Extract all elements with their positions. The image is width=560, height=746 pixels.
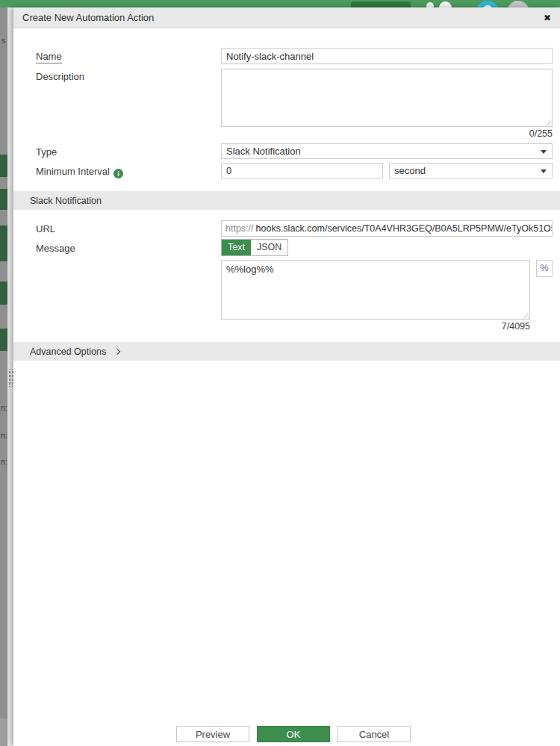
url-scheme-prefix: https:// [225,223,254,234]
tab-text[interactable]: Text [222,240,251,255]
description-textarea[interactable] [222,69,552,126]
sidebar-menu-item [0,226,7,261]
avatar[interactable] [507,1,529,7]
chevron-down-icon [541,150,547,154]
background-row-label: n: [1,431,7,440]
background-footer-sliver [0,718,7,746]
message-textarea[interactable]: %%log%% [222,261,529,319]
cancel-button[interactable]: Cancel [337,726,411,742]
app-topbar [0,0,560,7]
description-counter: 0/255 [221,128,553,139]
description-textarea-wrap [221,69,553,127]
url-value: hooks.slack.com/services/T0A4VHR3GEQ/B0A… [256,223,553,234]
minimum-interval-label: Minimum Intervali [36,166,123,178]
notification-icon[interactable] [439,1,452,7]
interval-unit-value: second [394,165,426,176]
type-select[interactable]: Slack Notification [221,143,553,159]
message-label: Message [36,243,75,254]
sidebar-menu-item [0,189,7,210]
sidebar-menu-item [0,329,7,351]
slack-section-title: Slack Notification [30,196,102,206]
status-dot-icon [426,2,434,7]
message-format-toggle: Text JSON [221,239,288,256]
dialog-title: Create New Automation Action [22,12,154,23]
name-label: Name [36,51,62,63]
url-input[interactable]: https://hooks.slack.com/services/T0A4VHR… [221,220,553,237]
interval-unit-select[interactable]: second [389,163,553,178]
chevron-right-icon [114,348,120,354]
insert-variable-button[interactable]: % [536,260,553,277]
topbar-search-box[interactable] [351,1,411,7]
description-label: Description [36,71,84,82]
sidebar-menu-item [0,155,7,177]
advanced-options-title: Advanced Options [30,346,106,357]
background-row-label: n: [1,403,7,412]
close-icon[interactable]: ✖ [544,13,551,22]
help-icon[interactable] [476,1,500,7]
dialog-header: Create New Automation Action ✖ [13,7,560,28]
slack-notification-section-header: Slack Notification [13,191,560,210]
screen: s n: n: n: Create New Automation Action … [0,0,560,746]
modal-resize-handle[interactable] [7,369,14,387]
advanced-options-section-header[interactable]: Advanced Options [13,342,560,361]
background-row-label: n: [1,457,7,466]
sidebar-menu-item [0,282,7,305]
create-automation-action-dialog: Create New Automation Action ✖ Name Desc… [13,7,560,746]
preview-button[interactable]: Preview [176,726,249,742]
type-label: Type [36,146,57,158]
info-icon[interactable]: i [113,169,123,178]
type-select-value: Slack Notification [226,146,301,157]
sidebar-cropped-text: s [1,36,6,45]
message-counter: 7/4095 [221,321,530,332]
message-textarea-wrap: %%log%% [221,260,530,320]
name-input[interactable] [221,48,553,64]
url-label: URL [36,223,55,234]
chevron-down-icon [541,170,547,173]
tab-json[interactable]: JSON [251,240,287,255]
ok-button[interactable]: OK [257,726,330,742]
dialog-footer: Preview OK Cancel [13,726,560,742]
minimum-interval-input[interactable] [221,163,383,178]
background-sidebar: s n: n: n: [0,7,7,746]
